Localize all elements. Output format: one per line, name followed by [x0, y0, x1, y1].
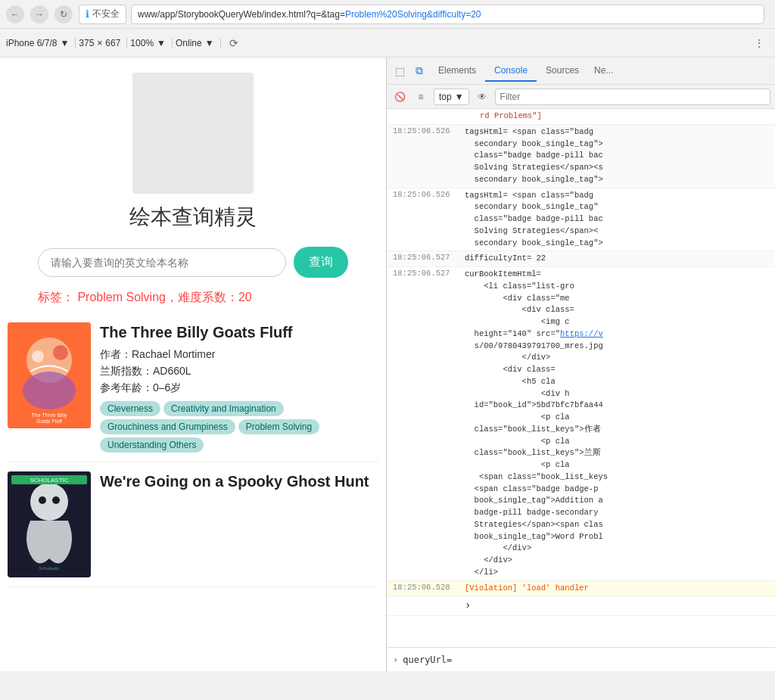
svg-text:Goats Fluff: Goats Fluff	[36, 418, 62, 424]
svg-point-6	[53, 345, 68, 360]
console-line: 18:25:06.526 tagsHtml= <span class="badg…	[387, 188, 775, 252]
tab-sources[interactable]: Sources	[537, 61, 588, 82]
rotate-icon[interactable]: ⟳	[224, 33, 244, 53]
console-filter-input[interactable]	[495, 89, 770, 105]
device-toggle-icon[interactable]: ⧉	[409, 61, 429, 81]
tag-info: 标签： Problem Solving，难度系数：20	[0, 287, 386, 313]
console-line: 18:25:06.527 difficultyInt= 22	[387, 251, 775, 267]
book-level: 兰斯指数：AD660L	[100, 365, 378, 378]
book-cover: The Three Billy Goats Fluff	[8, 322, 91, 428]
book-details: The Three Billy Goats Fluff 作者：Rachael M…	[100, 322, 378, 453]
console-timestamp	[393, 110, 465, 123]
tag-badge: Creativity and Imagination	[163, 401, 284, 416]
tag-badge: Understanding Others	[100, 437, 204, 453]
search-input[interactable]	[38, 248, 286, 277]
book-age: 参考年龄：0–6岁	[100, 381, 378, 395]
svg-point-5	[32, 350, 44, 362]
console-timestamp: 18:25:06.527	[393, 269, 465, 579]
security-info: ℹ 不安全	[79, 5, 126, 24]
viewport-width: 375	[79, 38, 94, 48]
console-timestamp: 18:25:06.526	[393, 190, 465, 250]
book-item: Scholastic SCHOLASTIC We're Going on a S…	[8, 462, 378, 587]
main-container: 绘本查询精灵 查询 标签： Problem Solving，难度系数：20 Th…	[0, 58, 775, 671]
svg-point-9	[39, 496, 46, 504]
back-button[interactable]: ←	[6, 5, 24, 23]
zoom-selector[interactable]: 100% ▼	[130, 38, 173, 48]
context-selector[interactable]: top ▼	[434, 89, 469, 105]
devtools-input-bar: › queryUrl=	[387, 647, 775, 671]
console-line: 18:25:06.527 curBookItemHtml= <li class=…	[387, 267, 775, 581]
inspect-element-icon[interactable]: ⬚	[390, 61, 409, 81]
device-name: iPhone 6/7/8	[6, 38, 57, 48]
dimension-cross: ×	[97, 38, 102, 48]
tab-elements[interactable]: Elements	[429, 61, 485, 82]
svg-point-8	[30, 483, 68, 521]
console-content: tagsHtml= <span class="badg secondary bo…	[465, 190, 769, 250]
search-button[interactable]: 查询	[294, 247, 348, 278]
book-author: 作者：Rachael Mortimer	[100, 348, 378, 362]
console-timestamp: 18:25:06.526	[393, 126, 465, 186]
console-toolbar: 🚫 ≡ top ▼ 👁	[387, 85, 775, 109]
console-line: 18:25:06.526 tagsHtml= <span class="badg…	[387, 125, 775, 188]
context-dropdown-arrow: ▼	[455, 92, 464, 102]
devtools-panel: ⬚ ⧉ Elements Console Sources Ne... 🚫 ≡ t…	[386, 58, 775, 671]
eye-icon[interactable]: 👁	[474, 89, 490, 105]
context-label: top	[439, 92, 452, 102]
console-content: rd Problems"]	[465, 110, 769, 123]
console-input[interactable]: queryUrl=	[403, 655, 769, 665]
console-line: rd Problems"]	[387, 109, 775, 125]
forward-button[interactable]: →	[30, 5, 48, 23]
dimension-display: 375 × 667	[79, 38, 127, 48]
tab-network[interactable]: Ne...	[588, 62, 619, 80]
console-expand-arrow[interactable]: ›	[465, 598, 769, 614]
svg-point-10	[52, 496, 60, 504]
book-title: The Three Billy Goats Fluff	[100, 322, 378, 342]
device-toolbar: iPhone 6/7/8 ▼ 375 × 667 100% ▼ Online ▼…	[0, 29, 775, 58]
console-output: rd Problems"] 18:25:06.526 tagsHtml= <sp…	[387, 109, 775, 647]
address-bar-row: ← → ↻ ℹ 不安全 www/app/StorybookQueryWeb/in…	[0, 0, 775, 29]
show-drawer-button[interactable]: ≡	[412, 89, 429, 105]
device-selector[interactable]: iPhone 6/7/8 ▼	[6, 38, 76, 48]
app-content: 绘本查询精灵 查询 标签： Problem Solving，难度系数：20 Th…	[0, 58, 386, 671]
console-line: ›	[387, 596, 775, 616]
viewport-height: 667	[105, 38, 120, 48]
book-details: We're Going on a Spooky Ghost Hunt	[100, 471, 378, 577]
device-dropdown-arrow: ▼	[60, 38, 69, 48]
book-tags: Cleverness Creativity and Imagination Gr…	[100, 401, 378, 453]
online-selector[interactable]: Online ▼	[176, 38, 221, 48]
console-timestamp	[393, 598, 465, 614]
console-content: tagsHtml= <span class="badg secondary bo…	[465, 126, 769, 186]
tag-badge: Grouchiness and Grumpiness	[100, 419, 235, 434]
console-content: difficultyInt= 22	[465, 253, 769, 265]
devtools-tabs: ⬚ ⧉ Elements Console Sources Ne...	[387, 58, 775, 85]
console-content: [Violation] 'load' handler	[465, 583, 769, 595]
url-bar[interactable]: www/app/StorybookQueryWeb/index.html?q=&…	[131, 5, 764, 24]
security-label: 不安全	[92, 8, 120, 20]
console-timestamp: 18:25:06.527	[393, 253, 465, 265]
book-list: The Three Billy Goats Fluff The Three Bi…	[0, 313, 386, 587]
more-options-icon[interactable]: ⋮	[749, 33, 769, 53]
tag-badge: Problem Solving	[238, 419, 319, 434]
console-prompt-icon: ›	[393, 655, 398, 665]
online-dropdown-arrow: ▼	[205, 38, 214, 48]
tag-badge: Cleverness	[100, 401, 160, 416]
app-title: 绘本查询精灵	[15, 203, 371, 232]
console-timestamp: 18:25:06.528	[393, 583, 465, 595]
svg-point-2	[23, 372, 76, 409]
tab-console[interactable]: Console	[485, 61, 537, 82]
svg-text:SCHOLASTIC: SCHOLASTIC	[30, 477, 68, 484]
app-header: 绘本查询精灵	[0, 58, 386, 247]
svg-text:The Three Billy: The Three Billy	[32, 412, 67, 418]
zoom-level: 100%	[130, 38, 154, 48]
refresh-button[interactable]: ↻	[54, 5, 73, 23]
svg-text:Scholastic: Scholastic	[39, 566, 59, 571]
clear-console-button[interactable]: 🚫	[391, 89, 408, 105]
book-item: The Three Billy Goats Fluff The Three Bi…	[8, 313, 378, 462]
online-status: Online	[176, 38, 202, 48]
book-title: We're Going on a Spooky Ghost Hunt	[100, 471, 378, 491]
zoom-dropdown-arrow: ▼	[157, 38, 166, 48]
app-image-placeholder	[132, 73, 254, 194]
console-line-violation: 18:25:06.528 [Violation] 'load' handler	[387, 581, 775, 597]
search-row: 查询	[0, 247, 386, 287]
book-cover: Scholastic SCHOLASTIC	[8, 471, 91, 577]
